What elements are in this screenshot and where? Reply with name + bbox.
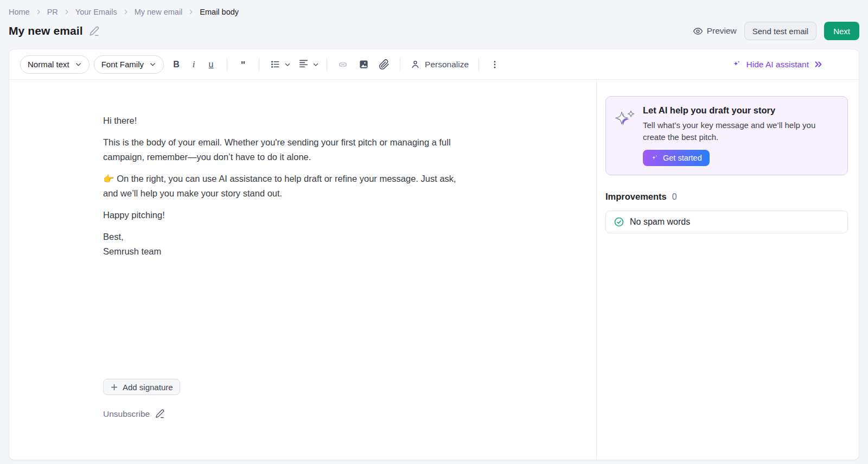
bullet-list-icon <box>267 56 283 73</box>
edit-title-pencil-icon[interactable] <box>88 26 100 37</box>
page-title: My new email <box>9 24 83 37</box>
breadcrumb-home[interactable]: Home <box>9 8 30 16</box>
align-menu-button[interactable] <box>295 56 319 73</box>
plus-icon <box>110 383 118 391</box>
personalize-button[interactable]: Personalize <box>408 59 471 69</box>
ai-sparkles-icon <box>612 105 637 166</box>
get-started-button[interactable]: Get started <box>643 150 710 166</box>
chevron-down-icon <box>312 61 319 68</box>
font-family-value: Font Family <box>101 60 144 69</box>
eye-icon <box>693 26 703 36</box>
ai-intro-card: Let AI help you draft your story Tell wh… <box>605 96 848 175</box>
bold-button[interactable]: B <box>168 56 184 73</box>
email-paragraph[interactable]: 👉 On the right, you can use AI assistanc… <box>103 171 521 201</box>
breadcrumb-current: Email body <box>200 8 239 16</box>
chevron-right-icon <box>188 9 194 15</box>
chevron-down-icon <box>149 61 156 68</box>
ai-intro-content: Let AI help you draft your story Tell wh… <box>643 105 815 166</box>
toolbar-divider <box>259 58 259 71</box>
check-circle-icon <box>614 217 624 227</box>
improvements-label: Improvements <box>605 192 667 202</box>
text-style-value: Normal text <box>28 60 69 69</box>
spam-check-card[interactable]: No spam words <box>605 211 848 233</box>
page-header: My new email Preview Send test email Nex… <box>9 21 859 41</box>
blockquote-button[interactable]: " <box>235 56 251 73</box>
add-signature-label: Add signature <box>123 383 173 392</box>
email-editor-page: Home PR Your Emails My new email Email b… <box>0 0 868 464</box>
preview-label: Preview <box>707 26 737 36</box>
toolbar-divider <box>400 58 400 71</box>
personalize-label: Personalize <box>425 60 469 69</box>
email-body-panel: Normal text Font Family B i u " <box>9 49 859 460</box>
ai-intro-title: Let AI help you draft your story <box>643 105 815 116</box>
chevron-down-icon <box>75 61 82 68</box>
editor-toolbar: Normal text Font Family B i u " <box>9 49 859 80</box>
breadcrumb-your-emails[interactable]: Your Emails <box>75 8 117 16</box>
email-paragraph[interactable]: This is the body of your email. Whether … <box>103 135 521 164</box>
chevron-down-icon <box>284 61 291 68</box>
font-family-select[interactable]: Font Family <box>94 55 164 74</box>
insert-image-icon[interactable] <box>355 56 372 73</box>
align-left-icon <box>295 56 311 73</box>
edit-unsubscribe-pencil-icon[interactable] <box>155 409 165 419</box>
person-icon <box>410 59 420 69</box>
email-paragraph[interactable]: Hi there! <box>103 113 521 128</box>
spam-check-label: No spam words <box>630 217 690 227</box>
sparkle-icon <box>732 60 742 69</box>
toolbar-divider <box>327 58 327 71</box>
sparkle-icon <box>650 154 659 162</box>
improvements-count: 0 <box>672 192 677 202</box>
hide-ai-assistant-label: Hide AI assistant <box>746 60 809 69</box>
add-signature-button[interactable]: Add signature <box>103 379 180 395</box>
next-button[interactable]: Next <box>824 22 859 40</box>
breadcrumb-my-new-email[interactable]: My new email <box>135 8 183 16</box>
italic-button[interactable]: i <box>186 56 202 73</box>
hide-ai-assistant-button[interactable]: Hide AI assistant <box>732 60 823 69</box>
double-chevron-right-icon <box>814 60 823 69</box>
more-options-kebab-icon[interactable] <box>487 56 503 73</box>
list-menu-button[interactable] <box>267 56 291 73</box>
get-started-label: Get started <box>663 154 702 162</box>
breadcrumb: Home PR Your Emails My new email Email b… <box>9 7 859 17</box>
link-icon[interactable] <box>335 56 351 73</box>
toolbar-divider <box>227 58 227 71</box>
text-style-select[interactable]: Normal text <box>20 55 90 74</box>
send-test-email-button[interactable]: Send test email <box>744 22 816 40</box>
attachment-paperclip-icon[interactable] <box>376 56 392 73</box>
unsubscribe-label: Unsubscribe <box>103 409 150 419</box>
chevron-right-icon <box>35 9 42 15</box>
chevron-right-icon <box>123 9 129 15</box>
toolbar-divider <box>478 58 479 71</box>
chevron-right-icon <box>63 9 70 15</box>
improvements-header: Improvements 0 <box>605 192 848 202</box>
header-actions: Preview Send test email Next <box>693 22 859 40</box>
preview-button[interactable]: Preview <box>693 26 737 36</box>
unsubscribe-link[interactable]: Unsubscribe <box>103 409 165 419</box>
panel-content: Hi there! This is the body of your email… <box>9 80 859 460</box>
underline-button[interactable]: u <box>203 56 219 73</box>
email-body-editor[interactable]: Hi there! This is the body of your email… <box>9 80 596 460</box>
ai-intro-body: Tell what’s your key message and we’ll h… <box>643 119 815 143</box>
ai-assistant-sidebar: Let AI help you draft your story Tell wh… <box>596 80 859 460</box>
email-paragraph[interactable]: Best, Semrush team <box>103 230 521 259</box>
breadcrumb-pr[interactable]: PR <box>47 8 58 16</box>
email-paragraph[interactable]: Happy pitching! <box>103 208 521 223</box>
